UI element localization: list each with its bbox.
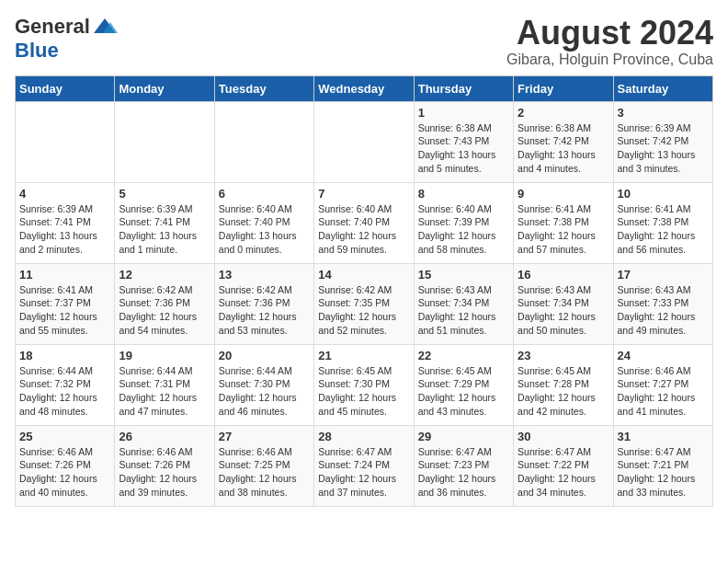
calendar-cell: 4Sunrise: 6:39 AM Sunset: 7:41 PM Daylig… bbox=[16, 182, 115, 263]
date-number: 4 bbox=[19, 187, 110, 201]
cell-daylight-info: Sunrise: 6:46 AM Sunset: 7:26 PM Dayligh… bbox=[19, 445, 110, 500]
calendar-cell bbox=[314, 101, 414, 182]
calendar-cell: 26Sunrise: 6:46 AM Sunset: 7:26 PM Dayli… bbox=[115, 425, 214, 506]
date-number: 21 bbox=[318, 349, 409, 362]
calendar-cell: 17Sunrise: 6:43 AM Sunset: 7:33 PM Dayli… bbox=[613, 263, 712, 344]
calendar-cell: 16Sunrise: 6:43 AM Sunset: 7:34 PM Dayli… bbox=[514, 263, 613, 344]
date-number: 27 bbox=[219, 430, 310, 443]
cell-daylight-info: Sunrise: 6:39 AM Sunset: 7:42 PM Dayligh… bbox=[618, 121, 709, 176]
date-number: 16 bbox=[518, 268, 609, 282]
cell-daylight-info: Sunrise: 6:38 AM Sunset: 7:42 PM Dayligh… bbox=[518, 121, 609, 176]
date-number: 1 bbox=[418, 106, 509, 120]
date-number: 29 bbox=[418, 430, 509, 443]
cell-daylight-info: Sunrise: 6:46 AM Sunset: 7:26 PM Dayligh… bbox=[119, 445, 210, 500]
cell-daylight-info: Sunrise: 6:46 AM Sunset: 7:25 PM Dayligh… bbox=[219, 445, 310, 500]
date-number: 11 bbox=[19, 268, 110, 282]
date-number: 23 bbox=[518, 349, 609, 362]
date-number: 13 bbox=[219, 268, 310, 282]
cell-daylight-info: Sunrise: 6:42 AM Sunset: 7:36 PM Dayligh… bbox=[219, 283, 310, 338]
location-title: Gibara, Holguin Province, Cuba bbox=[506, 52, 713, 68]
calendar-week-row: 4Sunrise: 6:39 AM Sunset: 7:41 PM Daylig… bbox=[16, 182, 713, 263]
cell-daylight-info: Sunrise: 6:42 AM Sunset: 7:35 PM Dayligh… bbox=[318, 283, 409, 338]
cell-daylight-info: Sunrise: 6:39 AM Sunset: 7:41 PM Dayligh… bbox=[19, 202, 110, 257]
title-block: August 2024 Gibara, Holguin Province, Cu… bbox=[506, 15, 713, 68]
calendar-cell: 25Sunrise: 6:46 AM Sunset: 7:26 PM Dayli… bbox=[16, 425, 115, 506]
date-number: 2 bbox=[518, 106, 609, 120]
cell-daylight-info: Sunrise: 6:41 AM Sunset: 7:38 PM Dayligh… bbox=[518, 202, 609, 257]
date-number: 10 bbox=[618, 187, 709, 201]
logo-general-text: General bbox=[15, 15, 90, 39]
date-number: 22 bbox=[418, 349, 509, 362]
weekday-header: Friday bbox=[514, 75, 613, 101]
cell-daylight-info: Sunrise: 6:47 AM Sunset: 7:22 PM Dayligh… bbox=[518, 445, 609, 500]
calendar-cell: 23Sunrise: 6:45 AM Sunset: 7:28 PM Dayli… bbox=[514, 344, 613, 425]
weekday-header: Thursday bbox=[414, 75, 513, 101]
cell-daylight-info: Sunrise: 6:47 AM Sunset: 7:24 PM Dayligh… bbox=[318, 445, 409, 500]
date-number: 18 bbox=[19, 349, 110, 362]
date-number: 5 bbox=[119, 187, 210, 201]
cell-daylight-info: Sunrise: 6:43 AM Sunset: 7:34 PM Dayligh… bbox=[418, 283, 509, 338]
date-number: 26 bbox=[119, 430, 210, 443]
calendar-cell: 18Sunrise: 6:44 AM Sunset: 7:32 PM Dayli… bbox=[16, 344, 115, 425]
date-number: 30 bbox=[518, 430, 609, 443]
calendar-cell: 6Sunrise: 6:40 AM Sunset: 7:40 PM Daylig… bbox=[214, 182, 313, 263]
calendar-cell: 20Sunrise: 6:44 AM Sunset: 7:30 PM Dayli… bbox=[214, 344, 313, 425]
date-number: 3 bbox=[618, 106, 709, 120]
weekday-header: Wednesday bbox=[314, 75, 414, 101]
date-number: 6 bbox=[219, 187, 310, 201]
calendar-cell: 14Sunrise: 6:42 AM Sunset: 7:35 PM Dayli… bbox=[314, 263, 414, 344]
calendar-cell: 3Sunrise: 6:39 AM Sunset: 7:42 PM Daylig… bbox=[613, 101, 712, 182]
cell-daylight-info: Sunrise: 6:45 AM Sunset: 7:29 PM Dayligh… bbox=[418, 364, 509, 419]
calendar-cell: 30Sunrise: 6:47 AM Sunset: 7:22 PM Dayli… bbox=[514, 425, 613, 506]
weekday-header: Tuesday bbox=[214, 75, 313, 101]
cell-daylight-info: Sunrise: 6:45 AM Sunset: 7:30 PM Dayligh… bbox=[318, 364, 409, 419]
date-number: 15 bbox=[418, 268, 509, 282]
calendar-cell: 31Sunrise: 6:47 AM Sunset: 7:21 PM Dayli… bbox=[613, 425, 712, 506]
cell-daylight-info: Sunrise: 6:42 AM Sunset: 7:36 PM Dayligh… bbox=[119, 283, 210, 338]
weekday-header: Saturday bbox=[613, 75, 712, 101]
calendar-cell: 21Sunrise: 6:45 AM Sunset: 7:30 PM Dayli… bbox=[314, 344, 414, 425]
logo: General Blue bbox=[15, 15, 118, 63]
calendar-cell: 27Sunrise: 6:46 AM Sunset: 7:25 PM Dayli… bbox=[214, 425, 313, 506]
calendar-cell: 22Sunrise: 6:45 AM Sunset: 7:29 PM Dayli… bbox=[414, 344, 513, 425]
month-title: August 2024 bbox=[506, 15, 713, 52]
calendar-cell: 13Sunrise: 6:42 AM Sunset: 7:36 PM Dayli… bbox=[214, 263, 313, 344]
date-number: 25 bbox=[19, 430, 110, 443]
date-number: 20 bbox=[219, 349, 310, 362]
cell-daylight-info: Sunrise: 6:43 AM Sunset: 7:34 PM Dayligh… bbox=[518, 283, 609, 338]
calendar-cell: 10Sunrise: 6:41 AM Sunset: 7:38 PM Dayli… bbox=[613, 182, 712, 263]
cell-daylight-info: Sunrise: 6:46 AM Sunset: 7:27 PM Dayligh… bbox=[618, 364, 709, 419]
calendar-cell: 8Sunrise: 6:40 AM Sunset: 7:39 PM Daylig… bbox=[414, 182, 513, 263]
calendar-table: SundayMondayTuesdayWednesdayThursdayFrid… bbox=[15, 75, 713, 507]
cell-daylight-info: Sunrise: 6:40 AM Sunset: 7:40 PM Dayligh… bbox=[318, 202, 409, 257]
date-number: 9 bbox=[518, 187, 609, 201]
calendar-cell bbox=[115, 101, 214, 182]
cell-daylight-info: Sunrise: 6:47 AM Sunset: 7:21 PM Dayligh… bbox=[618, 445, 709, 500]
page-header: General Blue August 2024 Gibara, Holguin… bbox=[15, 15, 713, 68]
calendar-cell: 1Sunrise: 6:38 AM Sunset: 7:43 PM Daylig… bbox=[414, 101, 513, 182]
calendar-cell: 5Sunrise: 6:39 AM Sunset: 7:41 PM Daylig… bbox=[115, 182, 214, 263]
calendar-week-row: 11Sunrise: 6:41 AM Sunset: 7:37 PM Dayli… bbox=[16, 263, 713, 344]
calendar-cell: 15Sunrise: 6:43 AM Sunset: 7:34 PM Dayli… bbox=[414, 263, 513, 344]
logo-icon bbox=[92, 17, 118, 37]
date-number: 31 bbox=[618, 430, 709, 443]
date-number: 17 bbox=[618, 268, 709, 282]
date-number: 8 bbox=[418, 187, 509, 201]
cell-daylight-info: Sunrise: 6:39 AM Sunset: 7:41 PM Dayligh… bbox=[119, 202, 210, 257]
cell-daylight-info: Sunrise: 6:44 AM Sunset: 7:31 PM Dayligh… bbox=[119, 364, 210, 419]
cell-daylight-info: Sunrise: 6:45 AM Sunset: 7:28 PM Dayligh… bbox=[518, 364, 609, 419]
calendar-cell: 24Sunrise: 6:46 AM Sunset: 7:27 PM Dayli… bbox=[613, 344, 712, 425]
calendar-cell: 7Sunrise: 6:40 AM Sunset: 7:40 PM Daylig… bbox=[314, 182, 414, 263]
cell-daylight-info: Sunrise: 6:43 AM Sunset: 7:33 PM Dayligh… bbox=[618, 283, 709, 338]
cell-daylight-info: Sunrise: 6:44 AM Sunset: 7:30 PM Dayligh… bbox=[219, 364, 310, 419]
cell-daylight-info: Sunrise: 6:44 AM Sunset: 7:32 PM Dayligh… bbox=[19, 364, 110, 419]
calendar-cell bbox=[214, 101, 313, 182]
calendar-cell bbox=[16, 101, 115, 182]
cell-daylight-info: Sunrise: 6:40 AM Sunset: 7:39 PM Dayligh… bbox=[418, 202, 509, 257]
cell-daylight-info: Sunrise: 6:40 AM Sunset: 7:40 PM Dayligh… bbox=[219, 202, 310, 257]
cell-daylight-info: Sunrise: 6:38 AM Sunset: 7:43 PM Dayligh… bbox=[418, 121, 509, 176]
calendar-cell: 28Sunrise: 6:47 AM Sunset: 7:24 PM Dayli… bbox=[314, 425, 414, 506]
date-number: 12 bbox=[119, 268, 210, 282]
weekday-header: Sunday bbox=[16, 75, 115, 101]
calendar-cell: 2Sunrise: 6:38 AM Sunset: 7:42 PM Daylig… bbox=[514, 101, 613, 182]
